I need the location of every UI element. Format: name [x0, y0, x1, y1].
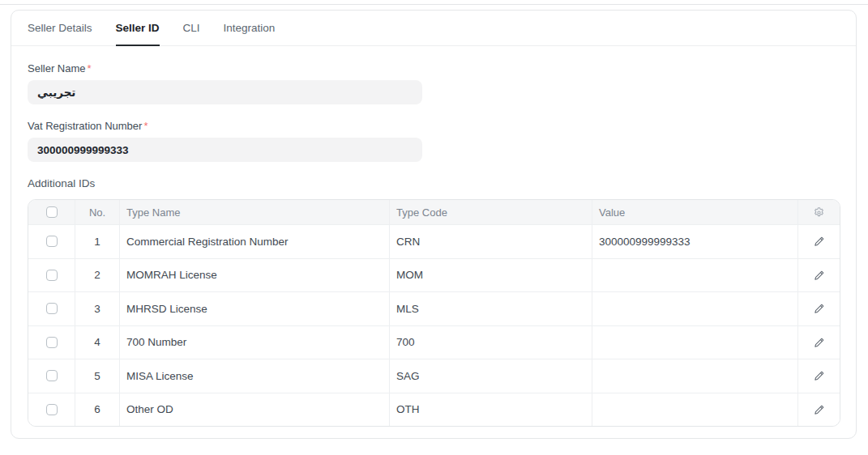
page-top-divider: [0, 4, 868, 5]
row-checkbox[interactable]: [46, 303, 58, 314]
pencil-icon: [814, 236, 825, 247]
row-actions-cell: [797, 292, 840, 325]
row-select-cell: [28, 359, 75, 393]
row-type-name: Commercial Registration Number: [119, 225, 389, 258]
additional-ids-table: No. Type Name Type Code Value: [28, 199, 840, 427]
pencil-icon: [814, 303, 825, 314]
row-type-name: MHRSD License: [119, 292, 389, 325]
row-actions-cell: [797, 259, 840, 292]
table-settings-button[interactable]: [813, 206, 825, 219]
row-actions-cell: [797, 359, 840, 393]
tab-cli[interactable]: CLI: [183, 11, 200, 45]
pencil-icon: [814, 370, 825, 381]
seller-name-field-group: Seller Name* تجريبي: [28, 62, 840, 104]
table-row: 6 Other OD OTH: [28, 393, 840, 427]
table-body: 1 Commercial Registration Number CRN 300…: [28, 224, 840, 426]
table-row: 2 MOMRAH License MOM: [28, 258, 840, 292]
row-type-code: MLS: [389, 292, 592, 325]
vat-number-input[interactable]: 300000999999333: [28, 138, 422, 162]
pencil-icon: [814, 337, 825, 348]
select-all-checkbox[interactable]: [46, 206, 58, 218]
row-number: 1: [75, 225, 119, 258]
row-type-name: Other OD: [119, 393, 389, 427]
row-type-code: CRN: [389, 225, 592, 258]
tab-bar: Seller Details Seller ID CLI Integration: [11, 11, 856, 46]
required-asterisk: *: [88, 62, 92, 74]
row-checkbox[interactable]: [46, 337, 58, 348]
row-value: [592, 259, 797, 292]
column-header-type-name: Type Name: [119, 200, 389, 224]
vat-number-label: Vat Registration Number*: [28, 120, 840, 133]
tab-seller-details[interactable]: Seller Details: [28, 11, 92, 45]
row-checkbox[interactable]: [46, 270, 58, 281]
gear-icon: [813, 206, 825, 219]
row-number: 4: [75, 326, 119, 359]
row-number: 6: [75, 393, 119, 427]
row-value: [592, 359, 797, 393]
seller-form-card: Seller Details Seller ID CLI Integration…: [11, 10, 857, 439]
row-number: 5: [75, 359, 119, 393]
row-select-cell: [28, 292, 75, 325]
row-value: 300000999999333: [592, 225, 797, 258]
edit-row-button[interactable]: [814, 303, 825, 314]
table-row: 5 MISA License SAG: [28, 359, 840, 393]
edit-row-button[interactable]: [814, 404, 825, 415]
select-all-cell: [28, 200, 75, 224]
row-type-code: OTH: [389, 393, 592, 427]
row-type-code: SAG: [389, 359, 592, 393]
tab-integration[interactable]: Integration: [224, 11, 276, 45]
row-type-code: MOM: [389, 259, 592, 292]
row-value: [592, 326, 797, 359]
row-select-cell: [28, 225, 75, 258]
tab-seller-id[interactable]: Seller ID: [116, 11, 160, 45]
row-value: [592, 292, 797, 325]
tab-content: Seller Name* تجريبي Vat Registration Num…: [11, 46, 856, 443]
row-actions-cell: [797, 326, 840, 359]
row-type-code: 700: [389, 326, 592, 359]
column-header-no: No.: [75, 200, 119, 224]
row-value: [592, 393, 797, 427]
column-settings-cell: [797, 200, 840, 224]
required-asterisk: *: [143, 120, 148, 132]
row-type-name: MOMRAH License: [119, 259, 389, 292]
table-header-row: No. Type Name Type Code Value: [28, 200, 840, 224]
edit-row-button[interactable]: [814, 270, 825, 281]
row-checkbox[interactable]: [46, 370, 58, 381]
row-select-cell: [28, 259, 75, 292]
row-select-cell: [28, 326, 75, 359]
seller-name-label-text: Seller Name: [28, 62, 86, 74]
seller-name-label: Seller Name*: [28, 62, 840, 75]
pencil-icon: [814, 270, 825, 281]
row-number: 3: [75, 292, 119, 325]
edit-row-button[interactable]: [814, 337, 825, 348]
column-header-type-code: Type Code: [389, 200, 592, 224]
pencil-icon: [814, 404, 825, 415]
row-type-name: 700 Number: [119, 326, 389, 359]
table-row: 1 Commercial Registration Number CRN 300…: [28, 224, 840, 258]
column-header-value: Value: [592, 200, 797, 224]
vat-number-label-text: Vat Registration Number: [28, 120, 142, 132]
edit-row-button[interactable]: [814, 370, 825, 381]
row-checkbox[interactable]: [46, 404, 58, 415]
additional-ids-title: Additional IDs: [28, 177, 840, 190]
row-type-name: MISA License: [119, 359, 389, 393]
row-checkbox[interactable]: [46, 236, 58, 247]
table-row: 4 700 Number 700: [28, 325, 840, 359]
edit-row-button[interactable]: [814, 236, 825, 247]
row-actions-cell: [797, 393, 840, 427]
table-row: 3 MHRSD License MLS: [28, 291, 840, 325]
row-select-cell: [28, 393, 75, 427]
seller-name-input[interactable]: تجريبي: [28, 80, 422, 104]
row-actions-cell: [797, 225, 840, 258]
row-number: 2: [75, 259, 119, 292]
vat-number-field-group: Vat Registration Number* 300000999999333: [28, 120, 840, 162]
